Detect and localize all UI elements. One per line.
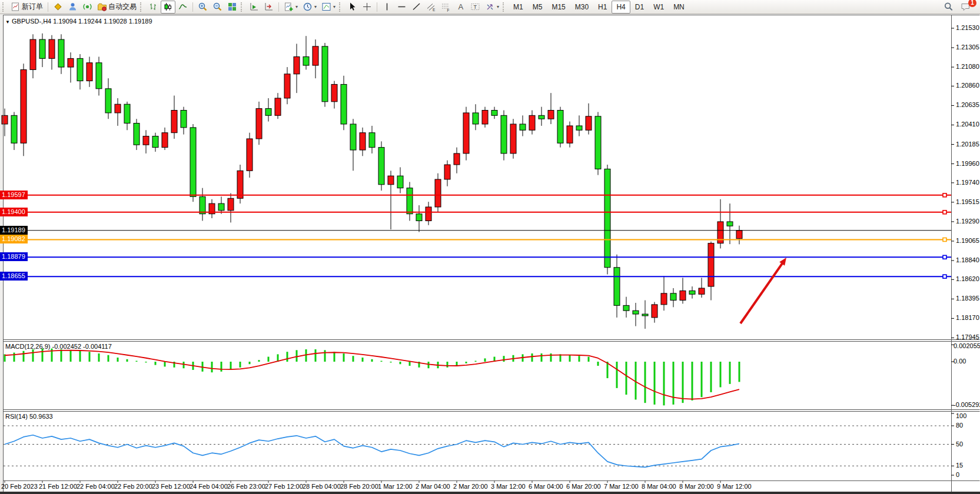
line-handle bbox=[943, 275, 946, 278]
timeframe-m1[interactable]: M1 bbox=[509, 1, 528, 14]
notifications-button[interactable]: 1 bbox=[958, 1, 973, 14]
chart-symbol-label: GBPUSD-,H4 bbox=[12, 18, 51, 25]
auto-scroll-button[interactable] bbox=[247, 1, 261, 14]
candle bbox=[473, 113, 479, 124]
candle bbox=[303, 56, 309, 65]
candle bbox=[652, 305, 657, 318]
notification-badge: 1 bbox=[968, 0, 976, 7]
text-label-icon: T bbox=[470, 2, 480, 12]
clock-icon bbox=[303, 2, 313, 12]
toolbar-separator bbox=[377, 2, 377, 12]
window-bottom-edge bbox=[0, 492, 980, 494]
candle bbox=[171, 111, 177, 133]
candle bbox=[350, 124, 356, 150]
zoom-out-button[interactable] bbox=[210, 1, 225, 14]
rsi-name: RSI(14) bbox=[5, 413, 28, 420]
toolbar-grip bbox=[2, 2, 6, 12]
candle bbox=[557, 111, 563, 143]
candle bbox=[463, 113, 469, 153]
toolbar-left: 新订单自动交易▾▾▾EFAT▾M1M5M15M30H1H4D1W1MN bbox=[1, 0, 689, 14]
bar-chart-icon bbox=[148, 2, 158, 12]
candle bbox=[680, 291, 686, 300]
shapes-button[interactable]: ▾ bbox=[483, 1, 501, 14]
candle bbox=[614, 268, 620, 306]
toolbar-separator bbox=[48, 2, 48, 12]
timeframe-h4[interactable]: H4 bbox=[612, 1, 630, 14]
chart-title: ▼ GBPUSD-,H4 1.19094 1.19244 1.19028 1.1… bbox=[5, 18, 152, 25]
timeframe-d1[interactable]: D1 bbox=[630, 1, 649, 14]
channel-button[interactable]: E bbox=[424, 1, 438, 14]
rsi-value: 50.9633 bbox=[29, 413, 53, 420]
signals-button[interactable] bbox=[80, 1, 95, 14]
candle bbox=[397, 176, 403, 188]
signal-icon bbox=[82, 2, 92, 12]
candle bbox=[96, 63, 102, 89]
crosshair-button[interactable] bbox=[360, 1, 374, 14]
cursor-icon bbox=[347, 2, 357, 12]
collapse-icon[interactable]: ▼ bbox=[5, 19, 10, 25]
svg-text:A: A bbox=[459, 2, 464, 11]
toolbar-grip bbox=[503, 2, 506, 12]
new-order-button[interactable]: 新订单 bbox=[8, 1, 45, 14]
chart-shift-button[interactable] bbox=[261, 1, 276, 14]
timeframe-h1[interactable]: H1 bbox=[593, 1, 612, 14]
autotrading-button-label: 自动交易 bbox=[108, 2, 137, 12]
terminal-button[interactable] bbox=[65, 1, 80, 14]
fibonacci-button[interactable]: F bbox=[438, 1, 453, 14]
candle bbox=[369, 133, 375, 148]
timeframe-mn-label: MN bbox=[673, 3, 685, 11]
timeframe-m5[interactable]: M5 bbox=[528, 1, 547, 14]
chevron-down-icon: ▾ bbox=[497, 4, 499, 9]
line-chart-button[interactable] bbox=[175, 1, 190, 14]
horizontal-line-icon bbox=[397, 2, 407, 12]
candle bbox=[200, 196, 205, 213]
channel-icon: E bbox=[426, 2, 436, 12]
search-icon bbox=[944, 2, 954, 12]
cursor-button[interactable] bbox=[345, 1, 360, 14]
indicators-button[interactable]: ▾ bbox=[281, 1, 300, 14]
templates-button[interactable]: ▾ bbox=[319, 1, 338, 14]
timeframe-w1[interactable]: W1 bbox=[649, 1, 669, 14]
candle bbox=[595, 116, 601, 169]
candle bbox=[435, 179, 441, 207]
timeframe-w1-label: W1 bbox=[653, 3, 664, 11]
tile-windows-button[interactable] bbox=[225, 1, 240, 14]
candle bbox=[378, 148, 384, 185]
svg-text:T: T bbox=[474, 4, 477, 10]
candle bbox=[520, 124, 526, 130]
autotrading-button[interactable]: 自动交易 bbox=[95, 1, 139, 14]
search-button[interactable] bbox=[941, 1, 956, 14]
market-watch-button[interactable] bbox=[51, 1, 65, 14]
chart-shift-icon bbox=[264, 2, 274, 12]
trendline-button[interactable] bbox=[409, 1, 424, 14]
candle bbox=[567, 126, 573, 143]
candle bbox=[256, 109, 262, 139]
horizontal-line-button[interactable] bbox=[394, 1, 409, 14]
candle bbox=[87, 63, 92, 81]
candle bbox=[58, 39, 64, 67]
candle bbox=[228, 198, 234, 211]
candle bbox=[510, 124, 516, 153]
candle bbox=[105, 89, 111, 113]
text-label-button[interactable]: T bbox=[468, 1, 483, 14]
chart-canvas[interactable] bbox=[0, 0, 980, 494]
candle bbox=[39, 39, 45, 58]
macd-name: MACD(12,26,9) bbox=[5, 343, 50, 350]
candle bbox=[529, 115, 535, 130]
candle bbox=[548, 111, 554, 119]
candlestick-button[interactable] bbox=[161, 1, 175, 14]
zoom-in-button[interactable] bbox=[195, 1, 210, 14]
timeframe-mn[interactable]: MN bbox=[669, 1, 689, 14]
candlestick-series bbox=[2, 34, 742, 329]
text-button[interactable]: A bbox=[453, 1, 468, 14]
candle bbox=[124, 104, 130, 123]
timeframe-m15[interactable]: M15 bbox=[547, 1, 570, 14]
toolbar-grip bbox=[241, 2, 244, 12]
indicators-icon bbox=[284, 2, 294, 12]
periods-button[interactable]: ▾ bbox=[300, 1, 319, 14]
candle bbox=[736, 231, 742, 239]
vertical-line-button[interactable] bbox=[380, 1, 394, 14]
candle bbox=[115, 104, 121, 113]
timeframe-m30[interactable]: M30 bbox=[570, 1, 593, 14]
bar-chart-button[interactable] bbox=[146, 1, 161, 14]
